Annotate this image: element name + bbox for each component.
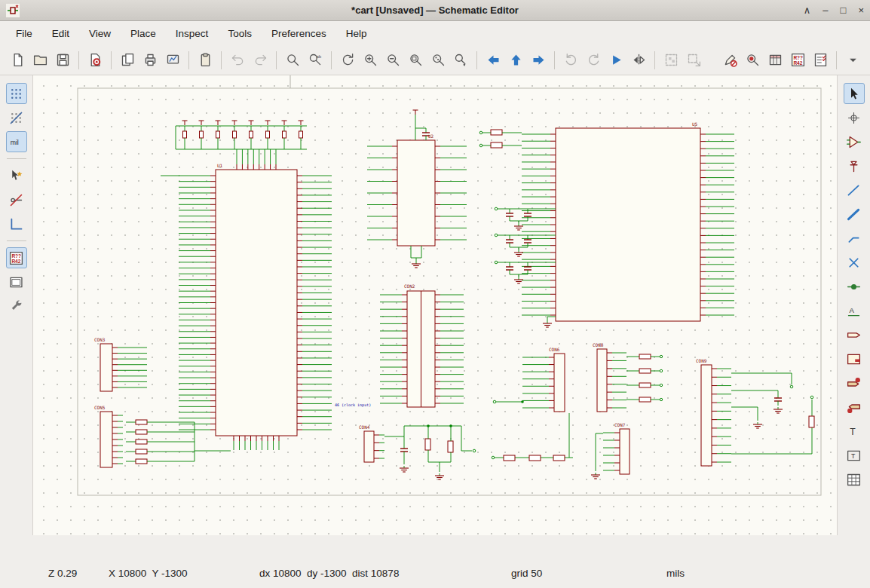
textT-icon: T: [846, 424, 862, 439]
toolbar-separator: [654, 51, 655, 69]
draw-bus-button[interactable]: [844, 204, 865, 225]
importpin-icon: [846, 400, 862, 415]
annotate-button[interactable]: [719, 50, 740, 71]
import-sheet-pin-button[interactable]: [844, 397, 865, 418]
net-label-button[interactable]: A: [844, 300, 865, 321]
place-sheet-pin-button[interactable]: [844, 372, 865, 394]
bulk-annotate-button[interactable]: R??R42: [787, 50, 808, 71]
hv-wire-mode-button[interactable]: [6, 213, 27, 234]
noconnect-icon: [846, 255, 862, 271]
zoom-fit-button[interactable]: [405, 50, 426, 71]
svg-text:CON5: CON5: [94, 405, 106, 410]
print-button[interactable]: [139, 50, 161, 71]
zoom-in-button[interactable]: [360, 50, 381, 71]
show-erc-button[interactable]: [742, 50, 763, 71]
navigate-forward-button[interactable]: [528, 50, 549, 71]
opamp-icon: [846, 134, 862, 150]
right-toolbar: ATT: [837, 75, 870, 535]
zoom-objects-button[interactable]: [427, 50, 449, 71]
findrep-icon: ab: [308, 52, 323, 68]
title-bar: *cart [Unsaved] — Schematic Editor ∧–□×: [0, 0, 870, 21]
powerport-icon: [846, 158, 862, 174]
menu-help[interactable]: Help: [336, 23, 377, 44]
mirror-horizontally-button[interactable]: [628, 50, 649, 71]
maximize-button[interactable]: □: [841, 5, 847, 16]
menu-edit[interactable]: Edit: [42, 23, 79, 44]
place-symbol-button[interactable]: [844, 131, 865, 152]
window-controls: ∧–□×: [804, 5, 864, 16]
sheet-borders-button[interactable]: [6, 271, 27, 292]
save-button[interactable]: [52, 50, 73, 71]
menu-tools[interactable]: Tools: [218, 23, 262, 44]
cursor-shape-button[interactable]: [6, 165, 27, 186]
cursor-icon: [846, 86, 862, 102]
plot-button[interactable]: [162, 50, 183, 71]
group-button: [660, 50, 682, 71]
new-schematic-button[interactable]: [7, 50, 28, 71]
wire-icon: [846, 182, 862, 198]
place-table-button[interactable]: [844, 469, 865, 490]
floppy-icon: [55, 52, 71, 68]
place-text-box-button[interactable]: T: [844, 445, 865, 466]
open-schematic-button[interactable]: [29, 50, 51, 71]
close-button[interactable]: ×: [858, 5, 864, 16]
units-setting: mils: [666, 568, 685, 579]
printer-icon: [142, 52, 158, 68]
svg-text:46 (clock input): 46 (clock input): [335, 403, 371, 408]
toolbar-separator: [111, 51, 112, 69]
find-replace-button[interactable]: ab: [305, 50, 326, 71]
folder-icon: [32, 52, 48, 68]
menu-file[interactable]: File: [6, 23, 42, 44]
navigate-up-button[interactable]: [505, 50, 526, 71]
menu-view[interactable]: View: [79, 23, 121, 44]
minimize-button[interactable]: –: [823, 5, 828, 16]
menu-place[interactable]: Place: [121, 23, 166, 44]
svg-text:CON7: CON7: [614, 422, 626, 427]
rotr-icon: [586, 52, 602, 68]
zoomfit-icon: [408, 52, 424, 68]
mirror-vertically-button[interactable]: [605, 50, 626, 71]
svg-text:CON2: CON2: [404, 283, 415, 289]
find-button[interactable]: [282, 50, 303, 71]
draw-wire-button[interactable]: [844, 179, 865, 201]
place-junction-button[interactable]: [844, 276, 865, 297]
top-toolbar: abR??R42: [0, 45, 870, 75]
page-settings-button[interactable]: [117, 50, 138, 71]
bus-icon: [846, 207, 862, 222]
run-erc-button[interactable]: [810, 50, 831, 71]
toolbar-overflow-button[interactable]: [842, 50, 863, 71]
zoom-out-button[interactable]: [382, 50, 403, 71]
select-tool-button[interactable]: [844, 83, 865, 104]
schematic-setup-button[interactable]: [84, 50, 106, 71]
zoomout-icon: [385, 52, 401, 68]
navigate-back-button[interactable]: [482, 50, 504, 71]
paste-button[interactable]: [195, 50, 216, 71]
symbol-fields-table-button[interactable]: [764, 50, 786, 71]
place-hierarchical-sheet-button[interactable]: [844, 348, 865, 369]
place-text-button[interactable]: T: [844, 421, 865, 442]
busentry-icon: [846, 231, 862, 247]
svg-text:ab: ab: [316, 54, 321, 59]
edit-options-button[interactable]: [6, 296, 27, 317]
svg-text:CON4: CON4: [359, 424, 370, 430]
global-label-button[interactable]: [844, 324, 865, 345]
no-connect-flag-button[interactable]: [844, 252, 865, 273]
tablegrid-icon: [846, 472, 862, 488]
refresh-button[interactable]: [337, 50, 358, 71]
svg-text:R??: R??: [793, 55, 803, 60]
menu-preferences[interactable]: Preferences: [262, 23, 336, 44]
grid-overrides-button[interactable]: [6, 107, 27, 128]
toggle-grid-button[interactable]: [6, 83, 27, 104]
units-mils-button[interactable]: mil: [6, 131, 27, 152]
highlight-net-tool-button[interactable]: [844, 107, 865, 128]
show-hidden-pins-button[interactable]: [6, 189, 27, 210]
gridslash-icon: [8, 110, 24, 126]
wire-to-bus-entry-button[interactable]: [844, 228, 865, 249]
show-hidden-fields-button[interactable]: R??R42: [6, 247, 27, 268]
schematic-canvas[interactable]: U1U2U5CON2CON3CON5CON4CON6CON8CON7CON946…: [33, 75, 837, 535]
zoom-selection-button[interactable]: [450, 50, 471, 71]
place-power-port-button[interactable]: [844, 155, 865, 176]
shade-button[interactable]: ∧: [804, 5, 811, 16]
find-icon: [285, 52, 301, 68]
menu-inspect[interactable]: Inspect: [166, 23, 219, 44]
